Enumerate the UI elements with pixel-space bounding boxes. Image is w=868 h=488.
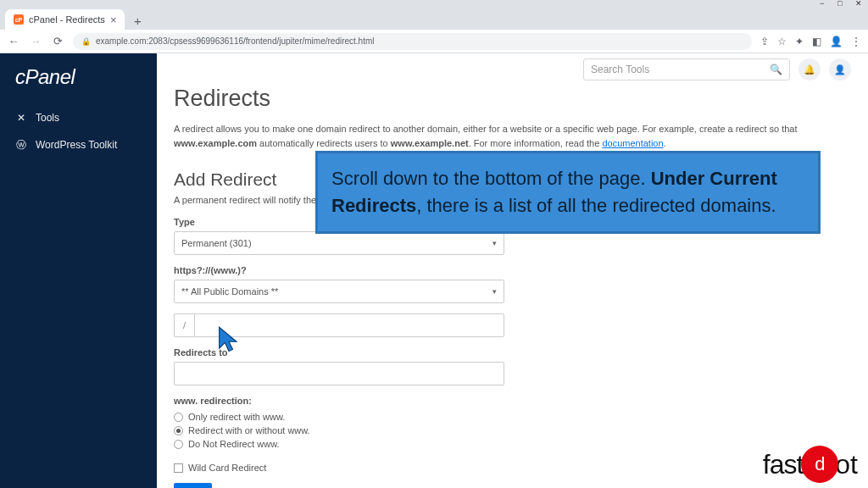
radio-icon: [174, 413, 183, 422]
share-icon[interactable]: ⇪: [760, 36, 769, 47]
bell-icon: 🔔: [804, 64, 815, 75]
sidebar-item-label: WordPress Toolkit: [36, 139, 117, 151]
radio-icon: [174, 426, 183, 435]
search-tools-input[interactable]: Search Tools 🔍: [583, 58, 790, 80]
type-select[interactable]: Permanent (301): [174, 231, 504, 255]
redirects-to-label: Redirects to: [174, 347, 851, 358]
sidebar-item-tools[interactable]: ✕ Tools: [0, 104, 157, 131]
minimize-icon[interactable]: −: [820, 0, 827, 8]
close-window-icon[interactable]: ✕: [855, 0, 863, 8]
www-redirection-label: www. redirection:: [174, 396, 851, 406]
window-controls: − □ ✕: [0, 0, 868, 8]
browser-action-icons: ⇪ ☆ ✦ ◧ 👤 ⋮: [760, 36, 861, 47]
extension-icon[interactable]: ✦: [795, 36, 804, 47]
notifications-button[interactable]: 🔔: [798, 58, 821, 80]
redirects-to-input[interactable]: [174, 362, 504, 385]
cpanel-logo: cPanel: [0, 65, 157, 104]
slash-prefix: /: [174, 313, 194, 337]
cpanel-favicon-icon: [14, 14, 24, 25]
sidebar-item-wordpress[interactable]: ⓦ WordPress Toolkit: [0, 131, 157, 158]
main-content: Search Tools 🔍 🔔 👤 Redirects A redirect …: [157, 53, 868, 488]
fastdot-logo: fast d ot: [763, 446, 858, 483]
domain-select[interactable]: ** All Public Domains **: [174, 280, 504, 303]
browser-tab[interactable]: cPanel - Redirects ×: [5, 9, 125, 30]
tab-close-icon[interactable]: ×: [110, 14, 117, 26]
search-icon: 🔍: [770, 64, 782, 75]
domain-label: https?://(www.)?: [174, 265, 851, 275]
lock-icon: 🔒: [81, 37, 91, 46]
documentation-link[interactable]: documentation: [602, 138, 663, 148]
tools-icon: ✕: [15, 112, 27, 124]
add-button[interactable]: Add: [174, 483, 212, 488]
extension2-icon[interactable]: ◧: [812, 36, 821, 47]
sidebar-item-label: Tools: [36, 112, 59, 124]
radio-no-www[interactable]: Do Not Redirect www.: [174, 437, 851, 451]
star-icon[interactable]: ☆: [777, 36, 787, 47]
url-text: example.com:2083/cpsess9699636116/fronte…: [96, 36, 375, 46]
maximize-icon[interactable]: □: [837, 0, 845, 8]
tab-strip: cPanel - Redirects × +: [0, 8, 868, 30]
new-tab-button[interactable]: +: [128, 11, 147, 30]
reload-button[interactable]: ⟳: [51, 35, 64, 48]
address-bar[interactable]: 🔒 example.com:2083/cpsess9699636116/fron…: [73, 33, 752, 50]
menu-icon[interactable]: ⋮: [851, 36, 861, 47]
user-icon: 👤: [834, 64, 846, 75]
forward-button[interactable]: →: [29, 35, 42, 48]
url-bar: ← → ⟳ 🔒 example.com:2083/cpsess969963611…: [0, 30, 868, 53]
sidebar: cPanel ✕ Tools ⓦ WordPress Toolkit: [0, 53, 157, 488]
wordpress-icon: ⓦ: [15, 139, 27, 151]
page-title: Redirects: [174, 86, 851, 112]
instruction-callout: Scroll down to the bottom of the page. U…: [315, 151, 821, 234]
page-description: A redirect allows you to make one domain…: [174, 122, 851, 151]
topbar: Search Tools 🔍 🔔 👤: [157, 53, 868, 86]
search-placeholder: Search Tools: [591, 64, 649, 75]
radio-only-www[interactable]: Only redirect with www.: [174, 410, 851, 424]
wildcard-checkbox-row[interactable]: Wild Card Redirect: [174, 461, 851, 474]
checkbox-icon: [174, 463, 183, 473]
radio-with-without-www[interactable]: Redirect with or without www.: [174, 424, 851, 437]
back-button[interactable]: ←: [7, 35, 20, 48]
radio-icon: [174, 440, 183, 449]
profile-icon[interactable]: 👤: [830, 36, 843, 47]
tab-title: cPanel - Redirects: [29, 14, 105, 25]
user-menu-button[interactable]: 👤: [829, 58, 851, 80]
